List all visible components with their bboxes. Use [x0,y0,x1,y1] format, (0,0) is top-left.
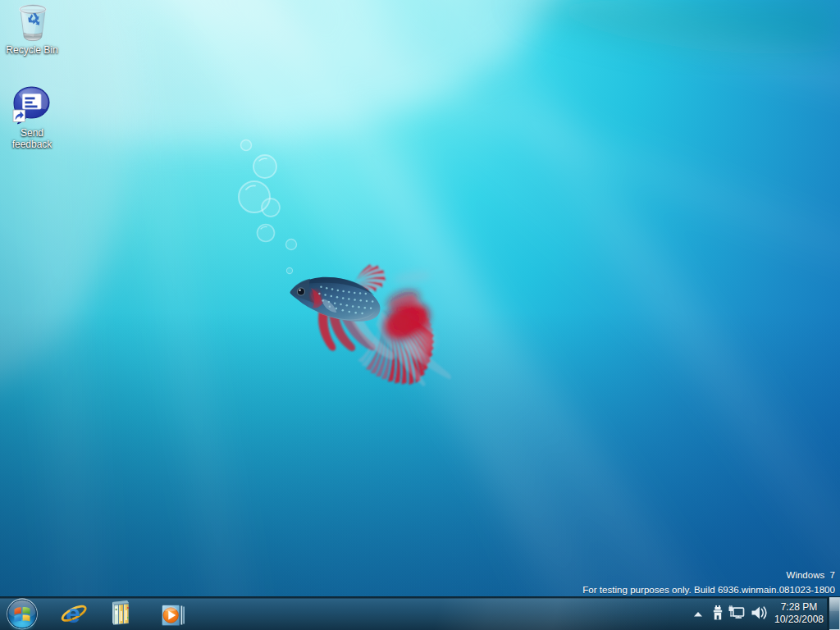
svg-text:e: e [66,600,80,628]
